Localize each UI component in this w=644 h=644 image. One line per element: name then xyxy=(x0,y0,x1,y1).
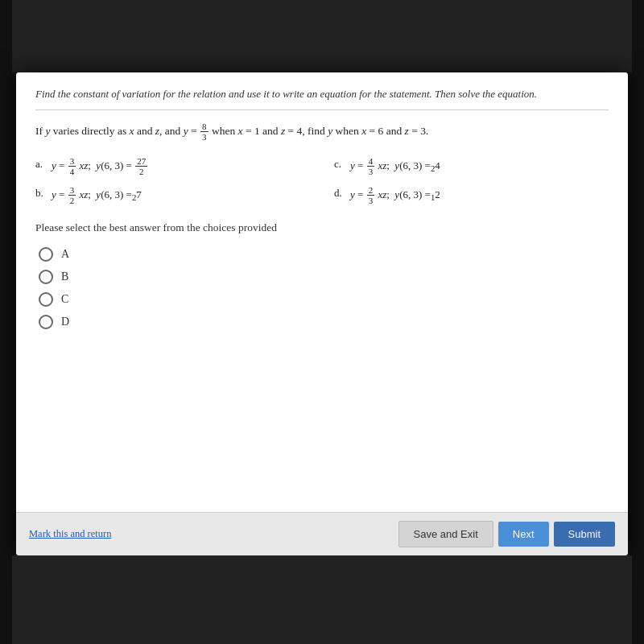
radio-label-b: B xyxy=(61,270,68,283)
instruction-text: Find the constant of variation for the r… xyxy=(35,87,609,110)
answer-d: d. y = 2 3 xz; y(6, 3) =12 xyxy=(334,185,609,205)
radio-option-a[interactable]: A xyxy=(39,247,609,262)
radio-circle-b[interactable] xyxy=(39,270,53,284)
radio-circle-d[interactable] xyxy=(39,315,53,329)
bottom-buttons: Save and Exit Next Submit xyxy=(398,521,615,547)
radio-circle-a[interactable] xyxy=(39,247,53,262)
bottom-bar: Mark this and return Save and Exit Next … xyxy=(16,512,628,555)
answer-b: b. y = 3 2 xz; y(6, 3) =27 xyxy=(35,185,310,205)
question-text: If y varies directly as x and z, and y =… xyxy=(35,122,609,142)
radio-options: A B C D xyxy=(35,247,609,329)
radio-circle-c[interactable] xyxy=(39,292,53,307)
radio-label-c: C xyxy=(61,293,68,306)
answer-c: c. y = 4 3 xz; y(6, 3) =24 xyxy=(334,156,609,176)
next-button[interactable]: Next xyxy=(498,522,549,547)
radio-label-d: D xyxy=(61,316,69,328)
radio-option-c[interactable]: C xyxy=(39,292,609,307)
radio-option-b[interactable]: B xyxy=(39,270,609,284)
answer-a: a. y = 3 4 xz; y(6, 3) = 27 2 xyxy=(35,156,310,176)
mark-return-link[interactable]: Mark this and return xyxy=(29,528,111,540)
radio-label-a: A xyxy=(61,248,69,261)
radio-option-d[interactable]: D xyxy=(39,315,609,329)
select-prompt: Please select the best answer from the c… xyxy=(35,221,609,234)
save-exit-button[interactable]: Save and Exit xyxy=(398,521,493,547)
answers-grid: a. y = 3 4 xz; y(6, 3) = 27 2 xyxy=(35,156,609,204)
submit-button[interactable]: Submit xyxy=(554,522,615,547)
